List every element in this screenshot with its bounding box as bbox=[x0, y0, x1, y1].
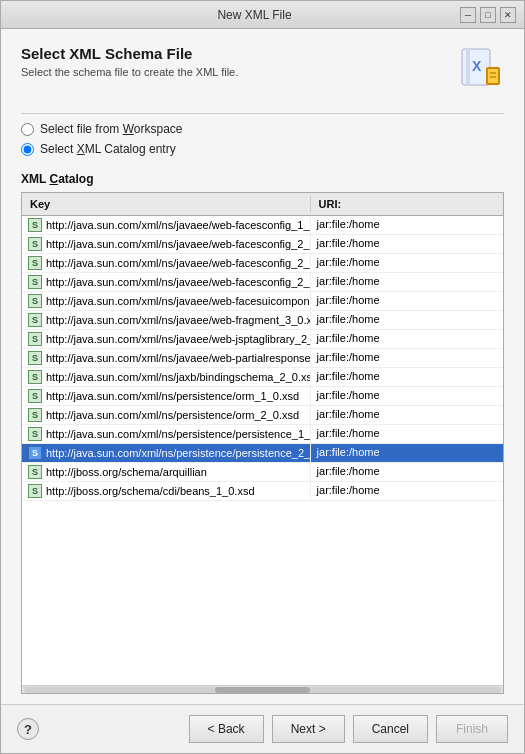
table-header: Key URI: bbox=[22, 193, 503, 216]
key-text: http://jboss.org/schema/arquillian bbox=[46, 466, 207, 478]
next-button[interactable]: Next > bbox=[272, 715, 345, 743]
cancel-button[interactable]: Cancel bbox=[353, 715, 428, 743]
content-area: Select XML Schema File Select the schema… bbox=[1, 29, 524, 704]
catalog-radio-row[interactable]: Select XML Catalog entry bbox=[21, 142, 504, 156]
catalog-radio[interactable] bbox=[21, 143, 34, 156]
table-row[interactable]: Shttp://java.sun.com/xml/ns/javaee/web-j… bbox=[22, 330, 503, 349]
key-text: http://java.sun.com/xml/ns/persistence/p… bbox=[46, 447, 311, 459]
cell-uri: jar:file:/home bbox=[311, 330, 503, 348]
schema-icon: S bbox=[28, 465, 42, 479]
window: New XML File ─ □ ✕ Select XML Schema Fil… bbox=[0, 0, 525, 754]
options-section: Select file from Workspace Select XML Ca… bbox=[21, 122, 504, 162]
table-row[interactable]: Shttp://jboss.org/schema/cdi/beans_1_0.x… bbox=[22, 482, 503, 501]
window-controls: ─ □ ✕ bbox=[460, 7, 516, 23]
schema-icon: S bbox=[28, 294, 42, 308]
cell-key: Shttp://java.sun.com/xml/ns/persistence/… bbox=[22, 425, 311, 443]
table-row[interactable]: Shttp://java.sun.com/xml/ns/javaee/web-f… bbox=[22, 273, 503, 292]
table-body[interactable]: Shttp://java.sun.com/xml/ns/javaee/web-f… bbox=[22, 216, 503, 685]
back-button[interactable]: < Back bbox=[189, 715, 264, 743]
cell-uri: jar:file:/home bbox=[311, 406, 503, 424]
scrollbar-track[interactable] bbox=[24, 687, 501, 693]
table-row[interactable]: Shttp://java.sun.com/xml/ns/persistence/… bbox=[22, 387, 503, 406]
svg-rect-4 bbox=[488, 69, 498, 83]
cell-key: Shttp://java.sun.com/xml/ns/javaee/web-j… bbox=[22, 330, 311, 348]
table-row[interactable]: Shttp://java.sun.com/xml/ns/jaxb/binding… bbox=[22, 368, 503, 387]
catalog-table[interactable]: Key URI: Shttp://java.sun.com/xml/ns/jav… bbox=[21, 192, 504, 694]
restore-button[interactable]: □ bbox=[480, 7, 496, 23]
table-row[interactable]: Shttp://java.sun.com/xml/ns/persistence/… bbox=[22, 425, 503, 444]
close-button[interactable]: ✕ bbox=[500, 7, 516, 23]
horizontal-scrollbar[interactable] bbox=[22, 685, 503, 693]
table-row[interactable]: Shttp://java.sun.com/xml/ns/javaee/web-f… bbox=[22, 235, 503, 254]
key-text: http://java.sun.com/xml/ns/persistence/p… bbox=[46, 428, 311, 440]
schema-icon: S bbox=[28, 351, 42, 365]
schema-icon: S bbox=[28, 484, 42, 498]
cell-uri: jar:file:/home bbox=[311, 349, 503, 367]
table-row[interactable]: Shttp://java.sun.com/xml/ns/javaee/web-f… bbox=[22, 292, 503, 311]
catalog-label[interactable]: Select XML Catalog entry bbox=[40, 142, 176, 156]
key-text: http://java.sun.com/xml/ns/persistence/o… bbox=[46, 409, 299, 421]
cell-key: Shttp://jboss.org/schema/cdi/beans_1_0.x… bbox=[22, 482, 311, 500]
page-title: Select XML Schema File bbox=[21, 45, 446, 62]
finish-button[interactable]: Finish bbox=[436, 715, 508, 743]
schema-icon: S bbox=[28, 275, 42, 289]
cell-uri: jar:file:/home bbox=[311, 368, 503, 386]
footer-left: ? bbox=[17, 718, 39, 740]
workspace-radio-row[interactable]: Select file from Workspace bbox=[21, 122, 504, 136]
cell-uri: jar:file:/home bbox=[311, 482, 503, 500]
table-row[interactable]: Shttp://java.sun.com/xml/ns/javaee/web-f… bbox=[22, 254, 503, 273]
cell-key: Shttp://java.sun.com/xml/ns/javaee/web-f… bbox=[22, 292, 311, 310]
key-text: http://java.sun.com/xml/ns/javaee/web-fr… bbox=[46, 314, 311, 326]
minimize-button[interactable]: ─ bbox=[460, 7, 476, 23]
cell-uri: jar:file:/home bbox=[311, 311, 503, 329]
cell-uri: jar:file:/home bbox=[311, 463, 503, 481]
cell-uri: jar:file:/home bbox=[311, 292, 503, 310]
schema-icon: S bbox=[28, 408, 42, 422]
workspace-label[interactable]: Select file from Workspace bbox=[40, 122, 183, 136]
schema-icon: S bbox=[28, 256, 42, 270]
table-row[interactable]: Shttp://java.sun.com/xml/ns/javaee/web-p… bbox=[22, 349, 503, 368]
title-bar: New XML File ─ □ ✕ bbox=[1, 1, 524, 29]
cell-key: Shttp://java.sun.com/xml/ns/persistence/… bbox=[22, 387, 311, 405]
cell-key: Shttp://java.sun.com/xml/ns/javaee/web-f… bbox=[22, 311, 311, 329]
help-button[interactable]: ? bbox=[17, 718, 39, 740]
page-subtitle: Select the schema file to create the XML… bbox=[21, 66, 446, 78]
scrollbar-thumb[interactable] bbox=[215, 687, 310, 693]
cell-key: Shttp://java.sun.com/xml/ns/jaxb/binding… bbox=[22, 368, 311, 386]
cell-uri: jar:file:/home bbox=[311, 216, 503, 234]
schema-icon: S bbox=[28, 237, 42, 251]
key-text: http://java.sun.com/xml/ns/javaee/web-js… bbox=[46, 333, 311, 345]
table-row[interactable]: Shttp://java.sun.com/xml/ns/javaee/web-f… bbox=[22, 311, 503, 330]
cell-uri: jar:file:/home bbox=[311, 273, 503, 291]
table-row[interactable]: Shttp://java.sun.com/xml/ns/javaee/web-f… bbox=[22, 216, 503, 235]
key-text: http://java.sun.com/xml/ns/javaee/web-fa… bbox=[46, 257, 311, 269]
cell-uri: jar:file:/home bbox=[311, 254, 503, 272]
xml-catalog-label: XML Catalog bbox=[21, 172, 504, 186]
page-header-text: Select XML Schema File Select the schema… bbox=[21, 45, 446, 78]
workspace-radio[interactable] bbox=[21, 123, 34, 136]
schema-icon: S bbox=[28, 389, 42, 403]
cell-uri: jar:file:/home bbox=[311, 387, 503, 405]
cell-uri: jar:file:/home bbox=[311, 444, 503, 462]
table-row[interactable]: Shttp://java.sun.com/xml/ns/persistence/… bbox=[22, 444, 503, 463]
cell-key: Shttp://java.sun.com/xml/ns/javaee/web-f… bbox=[22, 235, 311, 253]
svg-rect-1 bbox=[466, 49, 470, 85]
cell-uri: jar:file:/home bbox=[311, 425, 503, 443]
schema-icon: S bbox=[28, 370, 42, 384]
key-text: http://java.sun.com/xml/ns/javaee/web-pa… bbox=[46, 352, 311, 364]
page-icon: X bbox=[456, 45, 504, 93]
header-divider bbox=[21, 113, 504, 114]
key-text: http://java.sun.com/xml/ns/javaee/web-fa… bbox=[46, 276, 311, 288]
key-text: http://java.sun.com/xml/ns/persistence/o… bbox=[46, 390, 299, 402]
cell-key: Shttp://java.sun.com/xml/ns/javaee/web-f… bbox=[22, 254, 311, 272]
cell-key: Shttp://java.sun.com/xml/ns/persistence/… bbox=[22, 444, 311, 462]
schema-icon: S bbox=[28, 332, 42, 346]
schema-icon: S bbox=[28, 446, 42, 460]
footer-buttons: < Back Next > Cancel Finish bbox=[189, 715, 508, 743]
cell-key: Shttp://java.sun.com/xml/ns/persistence/… bbox=[22, 406, 311, 424]
table-row[interactable]: Shttp://java.sun.com/xml/ns/persistence/… bbox=[22, 406, 503, 425]
schema-icon: S bbox=[28, 313, 42, 327]
key-text: http://java.sun.com/xml/ns/jaxb/bindings… bbox=[46, 371, 311, 383]
table-row[interactable]: Shttp://jboss.org/schema/arquillianjar:f… bbox=[22, 463, 503, 482]
col-key-header: Key bbox=[22, 196, 311, 212]
